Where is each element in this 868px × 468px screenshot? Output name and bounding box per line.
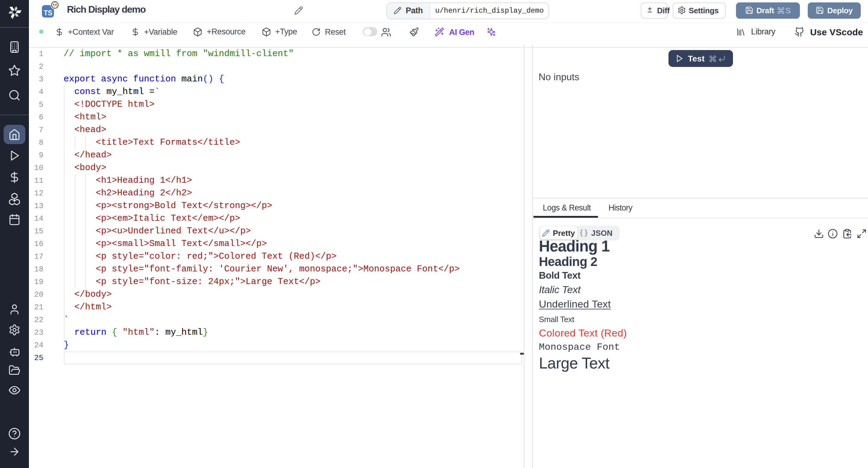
svg-text:TS: TS	[43, 9, 52, 17]
